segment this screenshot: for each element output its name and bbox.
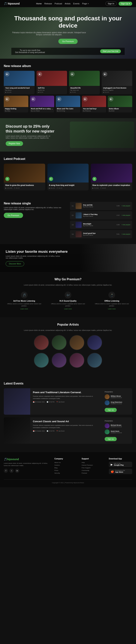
footer-download-col: Download App ▶ GET IT ON Google Play 🍎 D… [109,458,132,476]
footer-link[interactable]: Blog [54,467,78,469]
footer-link[interactable]: Security [54,472,78,474]
copyright: Copyright © 2021 | Powered by Hipsound M… [52,482,84,484]
podcast-play-button[interactable]: ▶ [49,177,53,181]
track-item[interactable]: 04 Good good bye By Artist Name 5:01 + A… [70,230,132,238]
track-add-button[interactable]: + Add playlist [122,205,130,207]
free-trial-button[interactable]: Start your free trial [100,49,121,53]
nav-page[interactable]: Page + [82,2,89,5]
google-play-button[interactable]: ▶ GET IT ON Google Play [109,462,132,467]
album-card[interactable]: ▶ Beautiful life By Sara Lee ▶ 76,543 [69,71,100,94]
learn-more-link[interactable]: Learn more [50,308,86,310]
google-play-name: Google Play [114,464,124,466]
nav-home[interactable]: Home [36,2,42,5]
podcast-play-button[interactable]: ▶ [5,177,10,181]
album-card-small[interactable]: ▶ Happy Ending By Mika [4,96,28,112]
new-release-album-section: New release album ▶ Your song and wonder… [0,59,136,118]
album-meta: ▶ 125,456 [5,92,33,93]
nav-release[interactable]: Release [44,2,52,5]
artist-circle[interactable] [52,335,67,350]
presenter-name: Greg Robertson [111,401,122,403]
discount-subtext: Lorem ipsum dolor sit amet, consectetuer… [6,135,55,139]
nav-podcast[interactable]: Podcast [54,2,62,5]
footer-link[interactable]: Careers [54,464,78,466]
track-item[interactable]: 01 Key and Me By Artist Name 3:45 + Add … [70,202,132,210]
artist-circle[interactable] [69,353,84,368]
track-thumbnail [76,203,82,209]
album-card-small[interactable]: ▶ Rock and Roll on a rainy day By Lou Re… [30,96,54,112]
twitter-icon[interactable]: t [10,469,14,473]
event-signup-button[interactable]: Sign Up [105,437,117,441]
album-card-small[interactable]: ▶ Extra Album By Artist [108,96,132,112]
footer-support-title: Support [82,458,105,460]
event-card: Concert Classic and Sound Art Pulvinar u… [4,417,132,444]
podcast-play-button[interactable]: ▶ [92,177,96,181]
hero-section: Thousands song and podcast in your devic… [0,7,136,59]
footer-link[interactable]: Cancel Premium [82,464,105,466]
play-icon: ▶ [103,72,107,76]
footer-link[interactable]: Community [82,470,105,471]
register-button[interactable]: Register Now [6,141,23,146]
discount-banner: Discount up to 25% only this month for n… [0,118,136,152]
album-title: Self Fire [38,87,66,89]
presenter-item: Michael Brown Available for all our [105,423,130,428]
artist-circle[interactable] [87,353,102,368]
nav-right: Sign In Sign Up ▾ [106,2,132,6]
discover-more-button[interactable]: Discover More [6,261,24,266]
nav-artists[interactable]: Artists [65,2,71,5]
footer-company-title: Company [54,458,78,460]
podcast-card[interactable]: ▶ How to replenish your creative inspira… [91,164,132,190]
podcast-meta: ▶ 125,456 ⏱ 45:23 [5,187,44,189]
go-premium-button[interactable]: Go Premium [58,39,78,44]
track-add-button[interactable]: + Add playlist [122,233,130,235]
nav-events[interactable]: Events [73,2,80,5]
event-body: Poem and Traditional Literature Carnaval… [30,388,102,415]
artist-circle[interactable] [52,353,67,368]
album-card[interactable]: ▶ Self Fire By Mc fire ▶ 98,234 [36,71,67,94]
footer-link[interactable]: About Us [54,462,78,463]
album-card[interactable]: ▶ Unplugged Live from Boston By Eric Cla… [102,71,132,94]
artist-circle[interactable] [34,335,49,350]
track-right: 3:28 + Add playlist [116,224,130,226]
track-item[interactable]: 03 Moonlight By Artist Name 3:28 + Add p… [70,221,132,229]
facebook-icon[interactable]: f [4,469,8,473]
signup-button[interactable]: Sign Up ▾ [118,2,132,6]
popular-artists-title: Popular Artists [4,323,132,326]
track-add-button[interactable]: + Add playlist [122,214,130,216]
album-card-small[interactable]: ▶ You are bad boy! By Rihanna [82,96,106,112]
learn-more-link[interactable]: Learn more [93,308,130,310]
footer-link[interactable]: Press [54,470,78,471]
hero-trial-text: Try up to one month free Get thousands o… [15,49,45,54]
track-item[interactable]: 02 I Want It That Way By Artist Name 4:1… [70,211,132,220]
learn-more-link[interactable]: Learn more [6,308,43,310]
artist-circle[interactable] [87,335,102,350]
signin-button[interactable]: Sign In [106,2,117,6]
footer-link[interactable]: Podcast [82,472,105,474]
hero-subtext: Pahastur turpis interdum dis platea hime… [11,32,87,36]
nr-premium-button[interactable]: Go Premium [4,213,23,218]
presenter-role: Available for all our [111,432,122,433]
play-icon: ▶ [109,97,113,101]
presenters-title: Presenters [105,391,130,393]
podcast-card[interactable]: ▶ A song from king and knight ▶ 98,234 ⏱… [48,164,89,190]
podcast-info: How to replenish your creative inspirati… [91,182,132,190]
podcast-card[interactable]: ▶ How to grow the great loudness ▶ 125,4… [4,164,45,190]
instagram-icon[interactable]: in [15,469,19,473]
artists-row-2 [4,353,132,368]
track-add-button[interactable]: + Add playlist [122,224,130,226]
album-meta: ▶ 76,543 [70,92,98,93]
brand-logo[interactable]: 🎵hipsound [4,2,20,5]
track-artist: By Artist Name [83,234,115,236]
event-signup-button[interactable]: Sign Up [105,408,117,412]
presenter-info: Greg Robertson Available for all our [111,401,122,404]
footer-link[interactable]: Free Support [82,467,105,469]
artist-circle[interactable] [69,335,84,350]
album-card-small[interactable]: ▶ Blues and The Cairo By B.B King [56,96,80,112]
album-card[interactable]: ▶ Your song and wonderful land By Alison… [4,71,34,94]
app-store-button[interactable]: 🍎 Download on the App Store [109,469,132,474]
footer-company-col: Company About Us Careers Blog Press Secu… [54,458,78,476]
artist-circle[interactable] [34,353,49,368]
track-details: Moonlight By Artist Name [83,223,115,226]
nr-right: 01 Key and Me By Artist Name 3:45 + Add … [70,202,132,238]
podcast-thumb: ▶ [91,164,132,182]
footer-link[interactable]: Help [82,462,105,463]
